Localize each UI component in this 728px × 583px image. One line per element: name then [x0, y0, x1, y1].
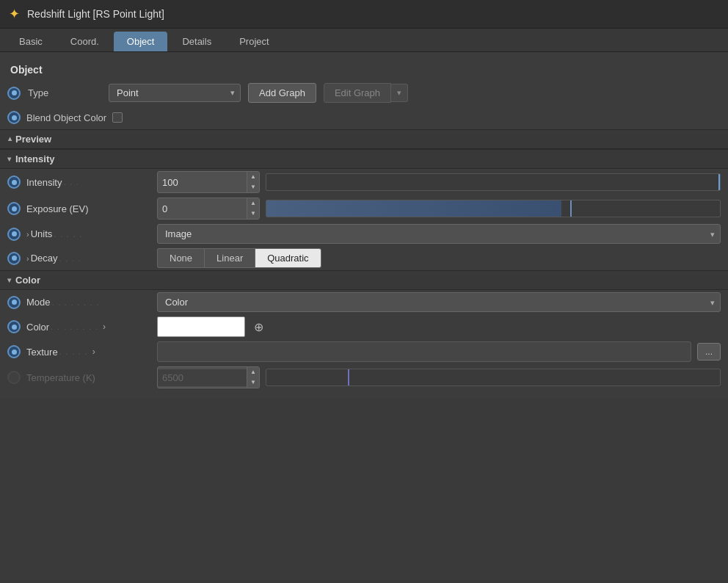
type-select[interactable]: Point	[109, 84, 241, 102]
decay-chevron-icon: ›	[26, 254, 29, 263]
intensity-field-label: Intensity	[26, 177, 62, 188]
eyedropper-button[interactable]: ⊕	[251, 319, 266, 336]
intensity-spin-down[interactable]: ▼	[247, 182, 259, 192]
temperature-marker	[348, 369, 349, 385]
decay-linear-button[interactable]: Linear	[204, 248, 255, 268]
add-graph-button[interactable]: Add Graph	[248, 83, 316, 103]
type-label: Type	[28, 87, 101, 98]
texture-input[interactable]	[157, 341, 691, 362]
temperature-input	[158, 369, 247, 386]
tab-project[interactable]: Project	[226, 32, 282, 51]
edit-graph-button[interactable]: Edit Graph	[324, 83, 391, 103]
edit-graph-group: Edit Graph ▾	[324, 83, 408, 103]
units-label-area: › Units . . . . .	[26, 228, 151, 239]
intensity-header[interactable]: ▾ Intensity	[0, 149, 728, 169]
exposure-marker	[570, 200, 572, 217]
decay-buttons: None Linear Quadratic	[157, 248, 321, 268]
mode-label-area: Mode . . . . . . . .	[26, 297, 151, 308]
object-section-header: Object	[0, 59, 728, 80]
exposure-input[interactable]	[158, 200, 247, 217]
temperature-spin-down: ▼	[247, 377, 259, 388]
tab-bar: Basic Coord. Object Details Project	[0, 29, 728, 52]
units-dots: . . . . .	[54, 229, 82, 239]
exposure-spin-up[interactable]: ▲	[247, 198, 259, 209]
decay-radio[interactable]	[7, 252, 21, 265]
mode-row: Mode . . . . . . . . Color Temperature ▾	[0, 290, 728, 314]
window: ✦ Redshift Light [RS Point Light] Basic …	[0, 0, 728, 398]
type-radio[interactable]	[7, 87, 21, 100]
mode-select[interactable]: Color Temperature	[157, 292, 721, 312]
color-arrow-icon: ▾	[7, 276, 11, 284]
type-dropdown-wrapper: Point	[109, 84, 241, 102]
intensity-label: Intensity	[15, 153, 54, 164]
exposure-spinners: ▲ ▼	[247, 198, 259, 219]
decay-quadratic-button[interactable]: Quadratic	[255, 248, 321, 268]
color-label: Color	[15, 275, 40, 286]
intensity-number-field: ▲ ▼	[157, 171, 260, 193]
decay-none-button[interactable]: None	[157, 248, 204, 268]
color-chevron-icon: ›	[103, 322, 106, 332]
mode-select-wrapper: Color Temperature ▾	[157, 292, 721, 312]
intensity-arrow-icon: ▾	[7, 155, 11, 163]
title-bar: ✦ Redshift Light [RS Point Light]	[0, 0, 728, 29]
tab-object[interactable]: Object	[114, 32, 168, 51]
intensity-progress-bar[interactable]	[266, 173, 721, 191]
exposure-radio[interactable]	[7, 202, 21, 215]
temperature-spinners: ▲ ▼	[247, 367, 259, 388]
texture-radio[interactable]	[7, 345, 21, 358]
temperature-field-label: Temperature (K)	[26, 372, 95, 383]
texture-browse-button[interactable]: ...	[697, 343, 721, 361]
tab-coord[interactable]: Coord.	[57, 32, 112, 51]
tab-details[interactable]: Details	[169, 32, 225, 51]
units-select[interactable]: Image Candela Lumen Watt	[157, 224, 721, 244]
color-header[interactable]: ▾ Color	[0, 270, 728, 290]
intensity-cursor	[718, 174, 720, 190]
intensity-spin-up[interactable]: ▲	[247, 172, 259, 182]
intensity-radio[interactable]	[7, 175, 21, 189]
blend-label: Blend Object Color	[26, 112, 106, 123]
units-radio[interactable]	[7, 228, 21, 241]
temperature-progress-bar	[266, 369, 721, 386]
texture-dots: . . . . .	[59, 347, 88, 357]
exposure-progress-bar[interactable]	[266, 200, 721, 217]
mode-dots: . . . . . . . .	[52, 297, 100, 308]
window-title: Redshift Light [RS Point Light]	[27, 8, 164, 20]
temperature-row: Temperature (K) ▲ ▼	[0, 364, 728, 391]
preview-header[interactable]: ▸ Preview	[0, 129, 728, 149]
object-label: Object	[10, 64, 43, 76]
units-row: › Units . . . . . Image Candela Lumen Wa…	[0, 222, 728, 246]
decay-dots: . . . .	[59, 253, 81, 264]
decay-row: › Decay . . . . None Linear Quadratic	[0, 246, 728, 270]
temperature-label-area: Temperature (K)	[26, 372, 151, 383]
texture-chevron-icon: ›	[92, 347, 95, 357]
units-chevron-icon: ›	[26, 230, 29, 239]
tab-basic[interactable]: Basic	[6, 32, 56, 51]
color-label-area: Color . . . . . . . . ›	[26, 322, 151, 333]
color-field-label: Color	[26, 322, 49, 333]
blend-checkbox[interactable]	[112, 112, 123, 123]
temperature-radio[interactable]	[7, 371, 21, 384]
blend-radio[interactable]	[7, 111, 21, 124]
exposure-spin-down[interactable]: ▼	[247, 209, 259, 219]
preview-label: Preview	[15, 134, 51, 145]
texture-row: Texture . . . . . › ...	[0, 339, 728, 364]
temperature-spin-up: ▲	[247, 367, 259, 377]
units-select-wrapper: Image Candela Lumen Watt ▾	[157, 224, 721, 244]
units-field-label: Units	[31, 228, 53, 239]
texture-label-area: Texture . . . . . ›	[26, 347, 151, 358]
exposure-label-area: Exposure (EV)	[26, 203, 151, 214]
exposure-number-field: ▲ ▼	[157, 198, 260, 220]
edit-graph-dropdown-button[interactable]: ▾	[391, 84, 408, 102]
color-field-dots: . . . . . . . .	[51, 322, 98, 332]
temperature-number-field: ▲ ▼	[157, 366, 260, 388]
intensity-dots: . . .	[63, 177, 79, 187]
exposure-row: Exposure (EV) ▲ ▼	[0, 195, 728, 222]
intensity-input[interactable]	[158, 174, 247, 191]
intensity-spinners: ▲ ▼	[247, 172, 259, 192]
light-icon: ✦	[9, 6, 20, 22]
color-swatch[interactable]	[157, 316, 245, 337]
color-radio[interactable]	[7, 320, 21, 333]
type-row: Type Point Add Graph Edit Graph ▾	[0, 80, 728, 106]
mode-radio[interactable]	[7, 296, 21, 309]
intensity-label-area: Intensity . . .	[26, 177, 151, 188]
